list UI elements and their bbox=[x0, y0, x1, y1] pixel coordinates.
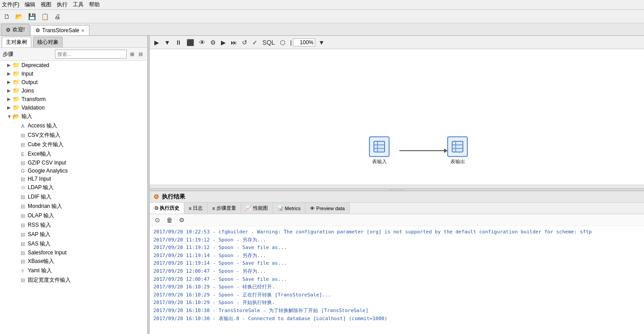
menu-tools[interactable]: 工具 bbox=[73, 1, 84, 8]
table-input-node[interactable]: 表输入 bbox=[369, 136, 390, 165]
tree-item-gzip[interactable]: ▤ GZIP CSV Input bbox=[0, 159, 147, 167]
bottom-tab-steps[interactable]: ≡ 步骤度量 bbox=[208, 203, 241, 214]
tree-item-ldif[interactable]: ▤ LDIF 输入 bbox=[0, 192, 147, 202]
tree-item-joins-label: Joins bbox=[21, 88, 34, 94]
zoom-input[interactable] bbox=[293, 38, 315, 47]
tree-item-hl7[interactable]: ▤ HL7 Input bbox=[0, 175, 147, 183]
bottom-tab-preview-label: Preview data bbox=[316, 206, 345, 211]
tab-transstoresale[interactable]: ⚙ TransStoreSale ✕ bbox=[30, 25, 89, 35]
tree-item-input-label: Input bbox=[21, 71, 34, 77]
menu-help[interactable]: 帮助 bbox=[89, 1, 100, 8]
sql-button[interactable]: SQL bbox=[261, 38, 277, 47]
tab-transstoresale-close[interactable]: ✕ bbox=[81, 28, 85, 33]
sidebar-tab-core[interactable]: 核心对象 bbox=[33, 37, 63, 47]
tree-item-transform[interactable]: ▶ 📁 Transform bbox=[0, 95, 147, 103]
run-button[interactable]: ▶ bbox=[153, 38, 161, 47]
tree-item-mondrian[interactable]: ▤ Mondrian 输入 bbox=[0, 202, 147, 211]
tree-item-access[interactable]: A Access 输入 bbox=[0, 121, 147, 131]
tree-item-yaml-label: Yaml 输入 bbox=[28, 267, 52, 275]
zoom-dropdown-button[interactable]: ▼ bbox=[317, 38, 326, 47]
tree-item-output[interactable]: ▶ 📁 Output bbox=[0, 78, 147, 86]
tree-item-transform-label: Transform bbox=[21, 96, 46, 102]
menu-run[interactable]: 执行 bbox=[57, 1, 68, 8]
log-line: 2017/09/20 16:10:29 - Spoon - 转换已经打开. bbox=[153, 283, 640, 291]
menu-edit[interactable]: 编辑 bbox=[25, 1, 35, 8]
new-button[interactable]: 🗋 bbox=[2, 12, 12, 21]
table-input-icon bbox=[369, 136, 390, 157]
tree-item-salesforce[interactable]: ▤ Salesforce Input bbox=[0, 249, 147, 257]
bottom-toolbar: ⊙ 🗑 ⚙ bbox=[150, 214, 644, 226]
check-button[interactable]: ✓ bbox=[250, 38, 259, 47]
saveas-button[interactable]: 📋 bbox=[39, 12, 51, 21]
collapse-all-button[interactable]: ⊟ bbox=[137, 51, 144, 58]
bottom-tab-history[interactable]: ⊙ 执行历史 bbox=[150, 203, 184, 214]
export-button[interactable]: ⬡ bbox=[278, 38, 287, 47]
menu-file[interactable]: 文件(F) bbox=[2, 1, 19, 8]
tree-item-olap[interactable]: ▤ OLAP 输入 bbox=[0, 211, 147, 220]
tab-transstoresale-icon: ⚙ bbox=[35, 27, 40, 34]
bottom-tab-metrics[interactable]: 📊 Metrics bbox=[273, 203, 305, 214]
bottom-tab-metrics-label: Metrics bbox=[285, 206, 301, 211]
arrow-connector bbox=[399, 148, 448, 153]
log-line: 2017/09/20 12:00:47 - Spoon - 另存为... bbox=[153, 267, 640, 275]
tree-item-shuru[interactable]: ▼ 📂 输入 bbox=[0, 112, 147, 121]
right-area: ▶ ▼ ⏸ ⬛ 👁 ⚙ ▶ ⏭ ↺ ✓ SQL ⬡ | ▼ bbox=[150, 36, 644, 334]
tree-item-csv[interactable]: ▤ CSV文件输入 bbox=[0, 131, 147, 140]
tree-item-sap[interactable]: ▤ SAP 输入 bbox=[0, 230, 147, 239]
step-skip-button[interactable]: ⏭ bbox=[229, 38, 239, 47]
tree-item-joins[interactable]: ▶ 📁 Joins bbox=[0, 86, 147, 95]
log-settings-button[interactable]: ⚙ bbox=[177, 216, 187, 224]
tree-item-yaml[interactable]: Y Yaml 输入 bbox=[0, 266, 147, 275]
tab-welcome[interactable]: ⚙ 欢迎! bbox=[1, 24, 30, 35]
steps-search-input[interactable] bbox=[55, 50, 127, 59]
log-play-button[interactable]: ⊙ bbox=[153, 216, 162, 224]
print-button[interactable]: 🖨 bbox=[52, 12, 62, 21]
pause-button[interactable]: ⏸ bbox=[174, 38, 183, 47]
bottom-tab-metrics-icon: 📊 bbox=[277, 205, 284, 211]
steps-header: 步骤 ⊞ ⊟ bbox=[0, 48, 147, 61]
log-container[interactable]: 2017/09/20 10:22:53 - cfgbuilder - Warni… bbox=[150, 226, 644, 334]
run-dropdown-button[interactable]: ▼ bbox=[162, 38, 172, 47]
sidebar-tab-main[interactable]: 主对象树 bbox=[2, 37, 31, 47]
tree-item-sas[interactable]: ▤ SAS 输入 bbox=[0, 239, 147, 249]
step-button[interactable]: ▶ bbox=[219, 38, 228, 47]
tree-item-xbase-label: XBase输入 bbox=[28, 258, 54, 265]
bottom-panel: ⚙ 执行结果 ⊙ 执行历史 ≡ 日志 ≡ 步骤度量 📈 bbox=[150, 191, 644, 334]
replay-button[interactable]: ↺ bbox=[240, 38, 249, 47]
tree-item-cube[interactable]: ▤ Cube 文件输入 bbox=[0, 140, 147, 149]
log-line: 2017/09/20 16:10:29 - Spoon - 正在打开转换 [Tr… bbox=[153, 291, 640, 299]
bottom-tab-log[interactable]: ≡ 日志 bbox=[184, 203, 208, 214]
tree-item-input[interactable]: ▶ 📁 Input bbox=[0, 69, 147, 78]
save-button[interactable]: 💾 bbox=[26, 12, 38, 21]
bottom-tab-perf[interactable]: 📈 性能图 bbox=[241, 203, 273, 214]
sidebar-tabs: 主对象树 核心对象 bbox=[0, 36, 147, 48]
open-button[interactable]: 📂 bbox=[13, 12, 25, 21]
log-line: 2017/09/20 12:00:47 - Spoon - Save file … bbox=[153, 275, 640, 283]
tree-item-excel[interactable]: E Excel输入 bbox=[0, 149, 147, 159]
bottom-tab-log-label: 日志 bbox=[193, 205, 203, 211]
table-output-label: 表输出 bbox=[450, 158, 465, 165]
zoom-label: | bbox=[290, 39, 292, 46]
table-output-node[interactable]: 表输出 bbox=[447, 136, 468, 165]
stop-button[interactable]: ⬛ bbox=[185, 38, 196, 47]
tree-item-google-analytics[interactable]: G Google Analytics bbox=[0, 167, 147, 175]
tree-item-deprecated[interactable]: ▶ 📁 Deprecated bbox=[0, 61, 147, 69]
preview-button[interactable]: 👁 bbox=[197, 38, 207, 47]
bottom-tab-preview[interactable]: 👁 Preview data bbox=[305, 203, 350, 214]
expand-all-button[interactable]: ⊞ bbox=[128, 51, 136, 58]
tree-item-mondrian-label: Mondrian 输入 bbox=[28, 203, 62, 210]
debug-button[interactable]: ⚙ bbox=[208, 38, 218, 47]
menu-view[interactable]: 视图 bbox=[41, 1, 51, 8]
bottom-tab-history-label: 执行历史 bbox=[160, 205, 179, 211]
tab-transstoresale-label: TransStoreSale bbox=[42, 27, 79, 34]
tree-item-fixed-width[interactable]: ▤ 固定宽度文件输入 bbox=[0, 275, 147, 285]
tree-item-ldap[interactable]: ⊙ LDAP 输入 bbox=[0, 183, 147, 192]
bottom-tab-perf-label: 性能图 bbox=[253, 205, 268, 211]
tree-item-rss-label: RSS 输入 bbox=[28, 221, 51, 229]
tree-item-xbase[interactable]: ▤ XBase输入 bbox=[0, 257, 147, 266]
tree-item-rss[interactable]: ▤ RSS 输入 bbox=[0, 220, 147, 230]
tree-item-ldif-label: LDIF 输入 bbox=[28, 193, 51, 201]
log-clear-button[interactable]: 🗑 bbox=[164, 216, 175, 224]
canvas-area[interactable]: 表输入 表输出 bbox=[150, 49, 644, 185]
tree-item-validation[interactable]: ▶ 📁 Validation bbox=[0, 103, 147, 112]
